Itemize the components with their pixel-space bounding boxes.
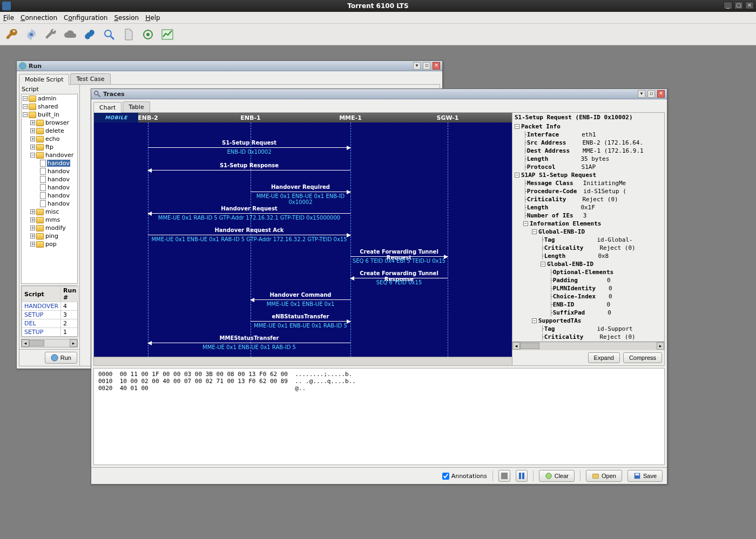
tree-item-echo[interactable]: echo: [45, 135, 60, 142]
chart-hscrollbar[interactable]: [94, 357, 512, 365]
expand-icon[interactable]: +: [30, 226, 35, 230]
tree-item-handov-1[interactable]: handov: [47, 168, 70, 175]
tree-item-misc[interactable]: misc: [45, 208, 60, 215]
expand-icon[interactable]: +: [30, 137, 35, 141]
tree-item-handov-3[interactable]: handov: [47, 184, 70, 191]
expand-icon[interactable]: +: [30, 120, 35, 125]
details-row[interactable]: ├ Choice-Index0: [512, 292, 664, 301]
expand-icon[interactable]: +: [30, 209, 35, 214]
tree-item-builtin[interactable]: built_in: [37, 111, 60, 118]
details-row[interactable]: −Packet Info: [512, 122, 664, 131]
expand-icon[interactable]: +: [30, 128, 35, 133]
details-row[interactable]: ├ Interfaceeth1: [512, 131, 664, 139]
collapse-icon[interactable]: −: [23, 112, 28, 117]
scroll-right-icon[interactable]: ▸: [657, 342, 664, 350]
details-row[interactable]: ├ Padding0: [512, 276, 664, 284]
tool-link-icon[interactable]: [81, 26, 98, 43]
run-max-button[interactable]: ▫: [423, 62, 430, 70]
tool-chart-icon[interactable]: [159, 26, 176, 43]
cell-script[interactable]: HANDOVER: [22, 302, 61, 311]
tree-item-ftp[interactable]: ftp: [45, 144, 54, 151]
collapse-icon[interactable]: −: [523, 221, 528, 226]
tool-cloud-icon[interactable]: [62, 26, 79, 43]
tool-document-icon[interactable]: [120, 26, 137, 43]
traces-max-button[interactable]: ▫: [647, 90, 655, 98]
save-button[interactable]: Save: [627, 470, 663, 482]
cell-script[interactable]: SETUP: [22, 311, 61, 319]
tree-item-handov-2[interactable]: handov: [47, 176, 70, 183]
tab-chart[interactable]: Chart: [93, 102, 122, 113]
run-button[interactable]: Run: [45, 352, 77, 364]
script-tree[interactable]: −admin −shared −built_in +browser +delet…: [21, 94, 78, 284]
details-row[interactable]: ├ Message ClassInitiatingMe: [512, 179, 664, 187]
expand-icon[interactable]: −: [23, 104, 28, 109]
details-row[interactable]: ├ PLMNIdentity0: [512, 284, 664, 292]
details-row[interactable]: ├ Number of IEs3: [512, 211, 664, 220]
details-row[interactable]: −Information Elements: [512, 220, 664, 228]
tree-item-pop[interactable]: pop: [45, 241, 57, 248]
maximize-button[interactable]: ▢: [734, 2, 743, 9]
close-button[interactable]: ✕: [745, 2, 754, 9]
run-window-titlebar[interactable]: Run ▾ ▫ ✕: [17, 61, 442, 71]
details-row[interactable]: ├ Length0x8: [512, 252, 664, 260]
tree-hscrollbar[interactable]: ◂ ▸: [21, 339, 78, 347]
details-row[interactable]: ├ ProtocolS1AP: [512, 163, 664, 171]
expand-icon[interactable]: −: [23, 96, 28, 101]
stop-button[interactable]: [498, 470, 510, 482]
pause-button[interactable]: [516, 470, 528, 482]
details-row[interactable]: ├ SuffixPad0: [512, 309, 664, 317]
details-row[interactable]: −Global-ENB-ID: [512, 260, 664, 268]
details-row[interactable]: ├ Length0x1F: [512, 203, 664, 211]
collapse-icon[interactable]: −: [532, 229, 537, 234]
details-row[interactable]: ├ Procedure-Codeid-S1Setup (: [512, 187, 664, 195]
collapse-icon[interactable]: −: [541, 262, 545, 267]
annotations-checkbox[interactable]: Annotations: [442, 473, 487, 480]
minimize-button[interactable]: _: [724, 2, 732, 9]
clear-button[interactable]: Clear: [539, 470, 575, 482]
details-row[interactable]: ├ CriticalityReject (0): [512, 244, 664, 252]
tool-search-icon[interactable]: [100, 26, 118, 43]
details-row[interactable]: −Global-ENB-ID: [512, 228, 664, 236]
tree-item-ping[interactable]: ping: [45, 233, 59, 240]
scroll-left-icon[interactable]: ◂: [22, 339, 29, 347]
tool-gear-icon[interactable]: [23, 26, 40, 43]
tree-item-handov-4[interactable]: handov: [47, 192, 70, 199]
tree-item-delete[interactable]: delete: [45, 127, 65, 134]
expand-button[interactable]: Expand: [588, 352, 620, 363]
traces-close-button[interactable]: ✕: [657, 90, 665, 98]
traces-window-titlebar[interactable]: Traces ▾ ▫ ✕: [91, 89, 667, 99]
run-close-button[interactable]: ✕: [433, 62, 440, 70]
tree-item-mms[interactable]: mms: [45, 216, 60, 223]
details-row[interactable]: ├ ENB-ID0: [512, 301, 664, 309]
cell-script[interactable]: SETUP: [22, 328, 61, 337]
col-run[interactable]: Run #: [61, 286, 79, 302]
details-hscrollbar[interactable]: ◂ ▸: [512, 342, 664, 350]
scroll-thumb[interactable]: [29, 340, 44, 346]
details-row[interactable]: ├ CriticalityReject (0): [512, 195, 664, 203]
scroll-left-icon[interactable]: ◂: [512, 342, 520, 350]
details-row[interactable]: −SupportedTAs: [512, 317, 664, 325]
tab-mobile-script[interactable]: Mobile Script: [19, 74, 69, 85]
tree-item-browser[interactable]: browser: [45, 119, 70, 126]
tab-test-case[interactable]: Test Case: [70, 73, 110, 84]
col-script[interactable]: Script: [22, 286, 61, 302]
tool-key-icon[interactable]: [3, 26, 21, 43]
scroll-right-icon[interactable]: ▸: [70, 339, 77, 347]
hex-view[interactable]: 0000 00 11 00 1F 00 00 03 00 3B 00 08 00…: [93, 368, 665, 465]
tab-table[interactable]: Table: [123, 101, 150, 112]
tree-item-shared[interactable]: shared: [37, 103, 58, 110]
collapse-icon[interactable]: −: [30, 153, 35, 158]
scroll-thumb[interactable]: [520, 343, 539, 349]
open-button[interactable]: Open: [586, 470, 622, 482]
details-row[interactable]: ├ Tagid-Support: [512, 325, 664, 333]
compress-button[interactable]: Compress: [623, 352, 662, 363]
details-row[interactable]: ├ Dest AddressMME-1 (172.16.9.1: [512, 147, 664, 155]
menu-file[interactable]: File: [3, 14, 14, 22]
tree-item-handov-0[interactable]: handov: [47, 160, 70, 167]
details-row[interactable]: ├ Length35 bytes: [512, 155, 664, 163]
expand-icon[interactable]: +: [30, 242, 35, 247]
menu-configuration[interactable]: Configuration: [64, 14, 107, 22]
tree-item-modify[interactable]: modify: [45, 224, 66, 231]
sequence-chart[interactable]: MOBILE ENB-2ENB-1MME-1SGW-1 S1-Setup Req…: [94, 113, 512, 365]
collapse-icon[interactable]: −: [515, 124, 519, 129]
